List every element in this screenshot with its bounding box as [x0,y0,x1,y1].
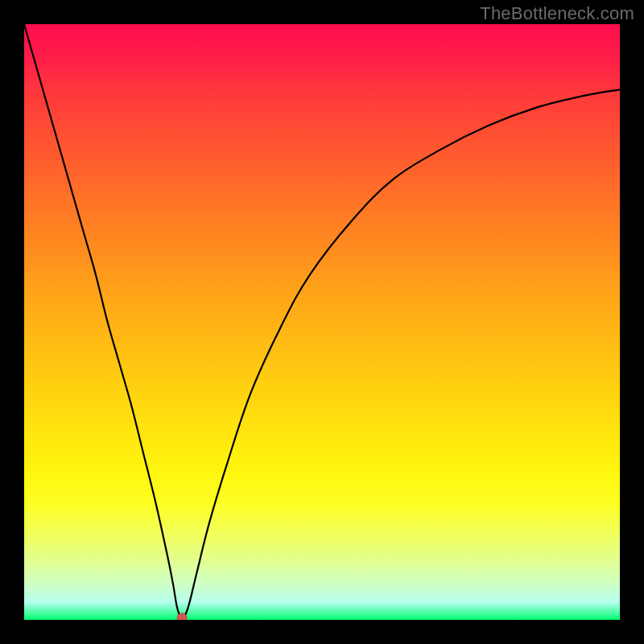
plot-area [24,24,620,620]
watermark-text: TheBottleneck.com [480,3,634,24]
chart-svg [24,24,620,620]
bottleneck-curve [24,24,620,618]
minimum-marker [177,613,187,620]
chart-frame: TheBottleneck.com [0,0,644,644]
